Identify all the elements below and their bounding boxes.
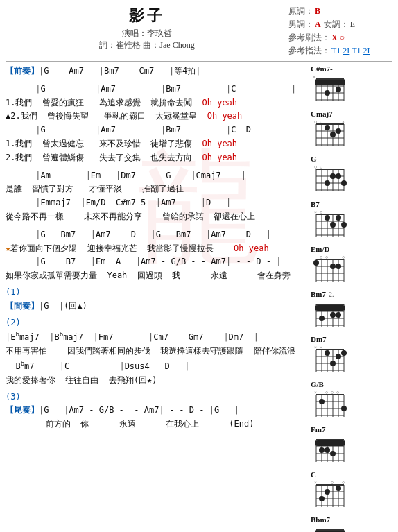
verse1-lyric1: 1.我們 曾愛的瘋狂 為追求感覺 就拚命去闖 Oh yeah [6,96,308,110]
pre-chorus-chords1: |Am |Em |Dm7 G |Cmaj7 | [6,169,308,183]
chord-name: G/B [311,380,324,388]
svg-point-11 [325,90,330,96]
interlude2-lyric1: 不用再害怕 因我們踏著相同的步伐 我選擇這樣去守護跟隨 陪伴你流浪 [6,345,308,359]
fingering-values: T1 2I T1 2I [331,46,370,56]
svg-text:×: × [313,74,315,80]
chorus-chords1: |G Bm7 |Am7 D |G Bm7 |Am7 D | [6,228,308,242]
main-content: 【前奏】|G Am7 |Bm7 Cm7 |等4拍| |G |Am7 |Bm7 |… [6,65,392,532]
chord-section: C#m7- [311,65,392,532]
svg-point-149 [319,496,325,501]
svg-text:○: ○ [325,255,328,260]
chord-diagram-bbm7: Bbm7 [311,515,392,532]
svg-text:×: × [342,119,345,125]
interlude1: (1) [6,286,308,300]
svg-text:○: ○ [325,390,328,395]
verse1-lyric3: 1.我們 曾太過健忘 來不及珍惜 徒增了悲傷 Oh yeah [6,137,308,151]
original-key-label: 原調： [288,6,313,17]
svg-text:×: × [320,345,322,350]
lyrics-section: 【前奏】|G Am7 |Bm7 Cm7 |等4拍| |G |Am7 |Bm7 |… [6,65,308,532]
info-row-fingering: 參考指法： T1 2I T1 2I [288,45,392,57]
female-key-label: 女調： [324,19,349,31]
svg-point-75 [330,264,336,269]
chord-diagram-cmaj7: Cmaj7 ○ ○ [311,110,392,149]
svg-text:○: ○ [342,480,345,486]
chord-grid-svg: ○ ○ ○ [311,254,347,284]
chord-grid-svg: × ○ ○ ○ [311,389,347,420]
chorus-lyric1: ★若你面向下個夕陽 迎接幸福光芒 我當影子慢慢拉長 Oh yeah [6,242,308,256]
svg-point-89 [319,316,325,321]
svg-text:×: × [314,480,317,486]
chord-grid-svg: × ○ ○ [311,479,347,510]
chord-name: Cmaj7 [311,110,333,118]
info-row-tune: 男調： A 女調： E [288,19,392,31]
svg-rect-88 [315,305,345,311]
chord-grid-svg: × ○ [311,209,347,239]
info-row-key: 原調： B [288,6,392,17]
content: 影子 演唱：李玖哲 詞：崔惟格 曲：Jae Chong 原調： B 男調： A … [6,6,392,532]
chord-grid-svg: ○ ○ × [311,119,347,149]
chord-diagram-dm7: Dm7 × × [311,335,392,375]
svg-rect-134 [315,440,345,446]
svg-point-152 [336,486,341,491]
original-key-value: B [315,6,320,17]
svg-text:○: ○ [314,119,317,125]
svg-text:×: × [314,209,317,215]
capo-label: 參考刷法： [288,32,330,44]
title-section: 影子 演唱：李玖哲 詞：崔惟格 曲：Jae Chong [6,6,288,51]
chord-diagram-em-d: Em/D ○ ○ [311,245,392,284]
svg-point-104 [325,350,330,356]
info-section: 原調： B 男調： A 女調： E 參考刷法： X ○ 參考指法： T1 2I … [288,6,392,58]
svg-text:○: ○ [331,390,334,395]
verse1-chords2: |G |Am7 |Bm7 |C D [6,123,308,137]
svg-rect-10 [315,80,345,85]
capo-value: X ○ [331,33,345,43]
svg-point-107 [341,350,347,356]
verse1-chords1: |G |Am7 |Bm7 |C | [6,83,308,96]
svg-text:○: ○ [331,480,334,486]
svg-point-90 [330,312,336,318]
svg-point-12 [336,87,341,92]
fingering-label: 參考指法： [288,45,330,57]
interlude2-chords2: Bbm7 |C |Dsus4 D | [6,359,308,374]
chord-name: C [311,470,316,479]
svg-text:×: × [314,390,317,395]
pre-chorus-lyric1: 是誰 習慣了對方 才懂平淡 推翻了過往 [6,182,308,196]
pre-chorus-chords2: |Emmaj7 |Em/D C#m7-5 |Am7 |D | [6,196,308,210]
svg-point-106 [336,354,341,359]
pre-chorus-lyric2: 從今路不再一樣 未來不再能分享 曾給的承諾 卻還在心上 [6,210,308,224]
svg-text:○: ○ [314,164,317,170]
interlude1-line: 【間奏】|G |(回▲) [6,300,308,314]
chord-diagram-fm7: Fm7 [311,425,392,465]
svg-point-136 [325,447,330,453]
chord-name: B7 [311,200,320,208]
svg-text:×: × [314,345,317,350]
svg-point-26 [325,125,330,130]
chord-grid-svg: × × [311,344,347,375]
chord-grid-svg [311,299,347,329]
chord-grid-svg: ○ ○ [311,164,347,194]
intro-line: 【前奏】|G Am7 |Bm7 Cm7 |等4拍| [6,65,308,78]
header-row: 影子 演唱：李玖哲 詞：崔惟格 曲：Jae Chong 原調： B 男調： A … [6,6,392,58]
verse1-lyric2: ▲2.我們 曾後悔失望 爭執的霸口 太冠冕堂皇 Oh yeah [6,110,308,123]
chord-grid-svg [311,524,347,532]
svg-point-123 [341,406,347,411]
svg-text:○: ○ [320,164,322,170]
verse1-lyric4: 2.我們 曾遍體鱗傷 失去了交集 也失去方向 Oh yeah [6,151,308,165]
svg-point-43 [330,173,336,179]
svg-point-150 [325,489,330,495]
chorus-chords2: |G B7 |Em A |Am7 - G/B - - Am7| - - D - … [6,255,308,269]
interlude2-lyric2: 我的愛捧著你 往往自由 去飛翔(回★) [6,374,308,388]
chord-grid-svg: × [311,74,347,104]
chord-pos: 2. [329,291,334,298]
chorus-lyric2: 如果你寂或孤單需要力量 Yeah 回過頭 我 永遠 會在身旁 [6,269,308,283]
svg-point-72 [313,260,319,266]
svg-text:○: ○ [320,209,322,215]
chord-diagram-g: G ○ ○ [311,155,392,194]
svg-point-76 [336,264,341,269]
svg-point-45 [341,180,347,186]
chord-diagram-c: C × ○ [311,470,392,510]
chord-name: Em/D [311,245,330,253]
song-title: 影子 [6,6,288,26]
svg-point-60 [336,215,341,221]
chord-name: Dm7 [311,335,327,343]
